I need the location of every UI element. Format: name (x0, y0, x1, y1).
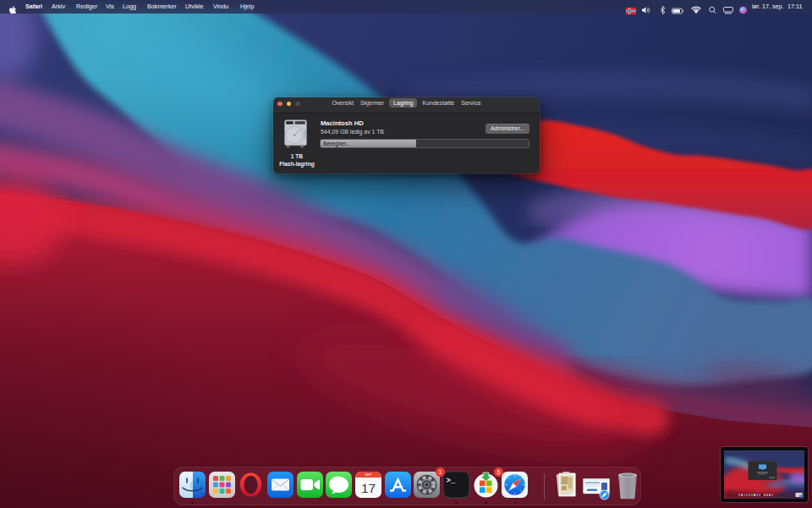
svg-text:17: 17 (361, 481, 376, 495)
svg-text:>_: >_ (446, 477, 455, 485)
svg-text:SEP: SEP (365, 472, 372, 477)
